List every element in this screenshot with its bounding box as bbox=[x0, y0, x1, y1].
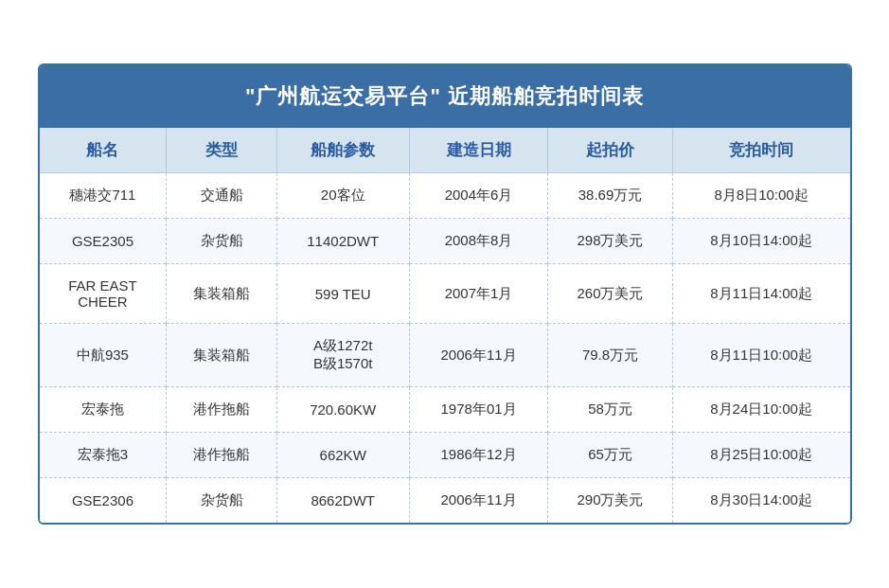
cell-2-3: 2007年1月 bbox=[409, 264, 548, 324]
cell-5-5: 8月25日10:00起 bbox=[672, 433, 849, 478]
cell-3-2: A级1272tB级1570t bbox=[276, 324, 409, 387]
auction-table-container: "广州航运交易平台" 近期船舶竞拍时间表 船名类型船舶参数建造日期起拍价竞拍时间… bbox=[38, 63, 852, 525]
cell-6-0: GSE2306 bbox=[40, 478, 167, 524]
cell-5-4: 65万元 bbox=[548, 433, 672, 478]
cell-0-4: 38.69万元 bbox=[548, 173, 672, 219]
cell-2-0: FAR EASTCHEER bbox=[40, 264, 167, 324]
cell-1-5: 8月10日14:00起 bbox=[672, 219, 849, 264]
cell-5-0: 宏泰拖3 bbox=[40, 433, 167, 478]
cell-6-1: 杂货船 bbox=[167, 478, 276, 524]
table-row: 穗港交711交通船20客位2004年6月38.69万元8月8日10:00起 bbox=[40, 173, 850, 219]
cell-0-2: 20客位 bbox=[276, 173, 409, 219]
cell-5-2: 662KW bbox=[276, 433, 409, 478]
cell-1-0: GSE2305 bbox=[40, 219, 167, 264]
header-cell-4: 起拍价 bbox=[548, 128, 672, 173]
cell-6-3: 2006年11月 bbox=[409, 478, 548, 524]
table-row: FAR EASTCHEER集装箱船599 TEU2007年1月260万美元8月1… bbox=[40, 264, 850, 324]
cell-6-5: 8月30日14:00起 bbox=[672, 478, 849, 524]
table-header: 船名类型船舶参数建造日期起拍价竞拍时间 bbox=[40, 128, 850, 173]
header-cell-5: 竞拍时间 bbox=[672, 128, 849, 173]
cell-3-0: 中航935 bbox=[40, 324, 167, 387]
cell-1-2: 11402DWT bbox=[276, 219, 409, 264]
table-row: 宏泰拖3港作拖船662KW1986年12月65万元8月25日10:00起 bbox=[40, 433, 850, 478]
table-title: "广州航运交易平台" 近期船舶竞拍时间表 bbox=[40, 65, 850, 128]
cell-1-4: 298万美元 bbox=[548, 219, 672, 264]
cell-4-0: 宏泰拖 bbox=[40, 387, 167, 433]
cell-4-4: 58万元 bbox=[548, 387, 672, 433]
cell-0-1: 交通船 bbox=[167, 173, 276, 219]
cell-1-3: 2008年8月 bbox=[409, 219, 548, 264]
cell-4-3: 1978年01月 bbox=[409, 387, 548, 433]
header-row: 船名类型船舶参数建造日期起拍价竞拍时间 bbox=[40, 128, 850, 173]
header-cell-3: 建造日期 bbox=[409, 128, 548, 173]
cell-1-1: 杂货船 bbox=[167, 219, 276, 264]
cell-3-5: 8月11日10:00起 bbox=[672, 324, 849, 387]
cell-5-1: 港作拖船 bbox=[167, 433, 276, 478]
table-body: 穗港交711交通船20客位2004年6月38.69万元8月8日10:00起GSE… bbox=[40, 173, 850, 524]
cell-3-3: 2006年11月 bbox=[409, 324, 548, 387]
cell-3-4: 79.8万元 bbox=[548, 324, 672, 387]
cell-6-2: 8662DWT bbox=[276, 478, 409, 524]
cell-2-2: 599 TEU bbox=[276, 264, 409, 324]
cell-5-3: 1986年12月 bbox=[409, 433, 548, 478]
cell-2-1: 集装箱船 bbox=[167, 264, 276, 324]
cell-0-3: 2004年6月 bbox=[409, 173, 548, 219]
header-cell-0: 船名 bbox=[40, 128, 167, 173]
table-row: 中航935集装箱船A级1272tB级1570t2006年11月79.8万元8月1… bbox=[40, 324, 850, 387]
cell-0-0: 穗港交711 bbox=[40, 173, 167, 219]
cell-4-2: 720.60KW bbox=[276, 387, 409, 433]
header-cell-2: 船舶参数 bbox=[276, 128, 409, 173]
cell-2-4: 260万美元 bbox=[548, 264, 672, 324]
cell-6-4: 290万美元 bbox=[548, 478, 672, 524]
cell-4-1: 港作拖船 bbox=[167, 387, 276, 433]
auction-table: 船名类型船舶参数建造日期起拍价竞拍时间 穗港交711交通船20客位2004年6月… bbox=[40, 128, 850, 523]
table-row: GSE2306杂货船8662DWT2006年11月290万美元8月30日14:0… bbox=[40, 478, 850, 524]
cell-0-5: 8月8日10:00起 bbox=[672, 173, 849, 219]
table-row: 宏泰拖港作拖船720.60KW1978年01月58万元8月24日10:00起 bbox=[40, 387, 850, 433]
table-row: GSE2305杂货船11402DWT2008年8月298万美元8月10日14:0… bbox=[40, 219, 850, 264]
cell-2-5: 8月11日14:00起 bbox=[672, 264, 849, 324]
header-cell-1: 类型 bbox=[167, 128, 276, 173]
cell-3-1: 集装箱船 bbox=[167, 324, 276, 387]
cell-4-5: 8月24日10:00起 bbox=[672, 387, 849, 433]
